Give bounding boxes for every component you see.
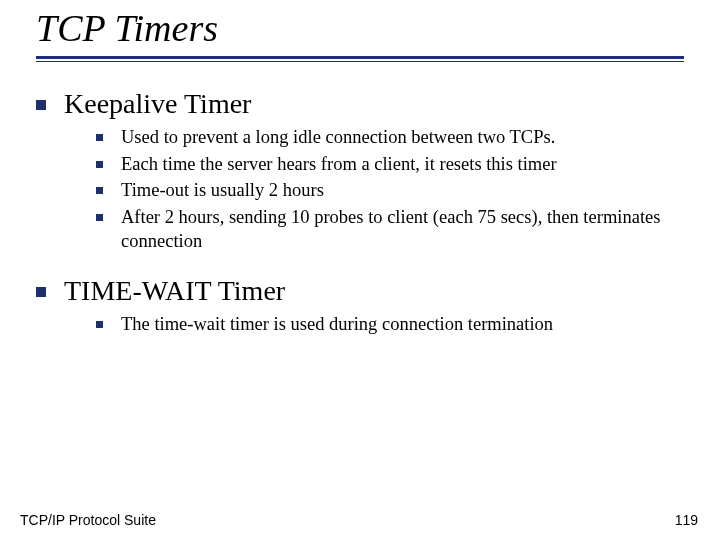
page-number: 119 — [675, 512, 698, 528]
section-keepalive: Keepalive Timer — [36, 88, 684, 120]
bullet-square-icon — [36, 100, 46, 110]
section-heading: Keepalive Timer — [64, 88, 251, 120]
footer-text: TCP/IP Protocol Suite — [20, 512, 156, 528]
section-heading: TIME-WAIT Timer — [64, 275, 285, 307]
list-item: Each time the server hears from a client… — [96, 153, 684, 177]
timewait-items: The time-wait timer is used during conne… — [96, 313, 684, 337]
bullet-square-icon — [96, 134, 103, 141]
keepalive-items: Used to prevent a long idle connection b… — [96, 126, 684, 253]
list-item-text: Each time the server hears from a client… — [121, 153, 557, 177]
list-item-text: After 2 hours, sending 10 probes to clie… — [121, 206, 676, 253]
list-item: The time-wait timer is used during conne… — [96, 313, 684, 337]
list-item: Time-out is usually 2 hours — [96, 179, 684, 203]
list-item: Used to prevent a long idle connection b… — [96, 126, 684, 150]
section-timewait: TIME-WAIT Timer — [36, 275, 684, 307]
slide-title: TCP Timers — [36, 6, 720, 50]
slide: TCP Timers Keepalive Timer Used to preve… — [0, 0, 720, 540]
bullet-square-icon — [96, 187, 103, 194]
list-item-text: Time-out is usually 2 hours — [121, 179, 324, 203]
list-item-text: The time-wait timer is used during conne… — [121, 313, 553, 337]
bullet-square-icon — [96, 161, 103, 168]
title-wrap: TCP Timers — [0, 0, 720, 50]
list-item-text: Used to prevent a long idle connection b… — [121, 126, 555, 150]
bullet-square-icon — [96, 321, 103, 328]
content: Keepalive Timer Used to prevent a long i… — [0, 62, 720, 337]
bullet-square-icon — [36, 287, 46, 297]
bullet-square-icon — [96, 214, 103, 221]
list-item: After 2 hours, sending 10 probes to clie… — [96, 206, 684, 253]
